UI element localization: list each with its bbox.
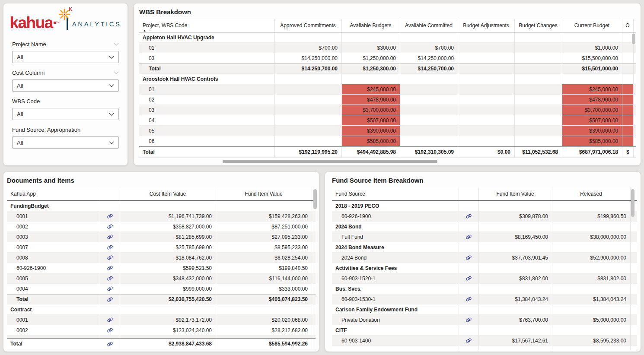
cell-value xyxy=(458,84,515,94)
table-row[interactable]: Activities & Service Fees xyxy=(332,263,637,273)
link-icon[interactable] xyxy=(459,253,479,263)
horizontal-scrollbar-thumb[interactable] xyxy=(223,160,437,163)
column-header[interactable]: Budget Adjustments xyxy=(458,19,515,32)
link-icon[interactable] xyxy=(100,325,120,335)
table-row[interactable]: 0004$999,000.00$333,000.00 xyxy=(7,284,316,294)
cell-value: $ xyxy=(622,147,634,157)
table-row[interactable]: 2018 - 2019 PECO xyxy=(332,201,637,211)
link-icon[interactable] xyxy=(100,211,120,221)
table-row[interactable]: 0007$25,785,699.00$8,595,233.00 xyxy=(7,242,316,253)
link-icon[interactable] xyxy=(459,336,479,345)
table-row[interactable]: Bus. Svcs. xyxy=(332,284,637,294)
link-icon[interactable] xyxy=(459,294,479,304)
column-header[interactable]: Budget Changes xyxy=(515,19,562,32)
table-row[interactable]: Aroostook Hall HVAC Controls xyxy=(139,74,636,84)
column-header[interactable]: Fund Item Value xyxy=(216,187,312,200)
vertical-scrollbar-thumb[interactable] xyxy=(313,189,317,209)
column-header[interactable]: Released xyxy=(552,187,631,200)
table-row[interactable]: Appleton Hall HVAC Upgrade xyxy=(139,32,636,43)
cell-value: $1,250,300.00 xyxy=(342,64,400,73)
link-icon[interactable] xyxy=(100,253,120,263)
cell-value: $27,095,233.00 xyxy=(216,232,312,242)
table-row[interactable]: 03$3,700,000.00$3,700,000.00 xyxy=(139,105,636,115)
table-row[interactable]: FundingBudget xyxy=(7,201,316,211)
link-icon[interactable] xyxy=(459,232,479,242)
vertical-scrollbar-thumb[interactable] xyxy=(632,34,635,44)
table-row[interactable]: 0005$348,432,000.00$116,144,000.00 xyxy=(7,273,316,284)
header-row: Kahua AppCost Item ValueFund Item Value xyxy=(7,187,316,201)
table-row[interactable]: CITF xyxy=(332,325,637,336)
cell-value: $8,595,233.00 xyxy=(216,242,312,252)
link-icon[interactable] xyxy=(459,315,479,325)
table-row[interactable]: 0002$358,827,000.00$87,251,000.00 xyxy=(7,222,316,232)
link-icon[interactable] xyxy=(459,211,479,221)
table-row[interactable]: 05$390,000.00$390,000.00 xyxy=(139,126,636,136)
table-row[interactable]: 0002$123,024,340.00$28,212,682.00 xyxy=(7,325,316,336)
cell-value: $390,000.00 xyxy=(562,126,622,136)
table-row[interactable]: 0001$1,196,741,739.00$159,428,263.00 xyxy=(7,211,316,222)
table-row[interactable]: 2024 Bond Measure xyxy=(332,242,637,253)
fund-source-dropdown[interactable]: All xyxy=(12,136,119,149)
column-header[interactable]: O xyxy=(622,19,634,32)
link-icon[interactable] xyxy=(459,273,479,283)
table-row[interactable]: 60-926-1900$599,521.50$199,840.50 xyxy=(7,263,316,273)
column-header[interactable]: Available Committed xyxy=(400,19,458,32)
chevron-down-icon xyxy=(109,56,114,59)
column-header[interactable] xyxy=(100,187,120,200)
table-row[interactable]: 06$585,000.00$585,000.00 xyxy=(139,136,636,146)
chevron-down-icon[interactable] xyxy=(114,71,119,74)
table-row[interactable]: 2024 Bond$37,703,901.45$52,900,000.00 xyxy=(332,253,637,263)
link-icon[interactable] xyxy=(100,242,120,252)
link-icon[interactable] xyxy=(100,339,120,349)
table-row[interactable]: Carlson Family Endowment Fund xyxy=(332,304,637,315)
project-name-dropdown[interactable]: All xyxy=(12,51,119,63)
chevron-down-icon[interactable] xyxy=(114,43,119,46)
link-icon[interactable] xyxy=(100,222,120,231)
cost-column-dropdown[interactable]: All xyxy=(12,79,119,92)
column-header[interactable]: Kahua App xyxy=(7,187,100,200)
table-row[interactable]: Total$2,938,847,433.68$585,594,992.26 xyxy=(7,338,316,349)
column-header[interactable]: Fund Item Value xyxy=(479,187,552,200)
table-row[interactable]: 01$700.00$300.00$700.00$1,000.00 xyxy=(139,43,636,53)
wbs-code-dropdown[interactable]: All xyxy=(12,108,119,120)
table-row[interactable]: 03$14,250,000.00$1,250,000.00$14,250,000… xyxy=(139,53,636,63)
cell-value xyxy=(562,74,622,84)
table-row[interactable]: 60-903-1520-1$831,802.00$831,802.00 xyxy=(332,273,637,284)
table-row[interactable]: Total$2,030,755,420.50$405,074,823.50 xyxy=(7,294,316,304)
link-icon[interactable] xyxy=(100,284,120,294)
table-row[interactable]: 2024 Bond xyxy=(332,222,637,232)
cell-value xyxy=(479,222,552,231)
link-icon[interactable] xyxy=(100,295,120,304)
column-header[interactable]: Cost Item Value xyxy=(120,187,216,200)
table-row[interactable]: Total$14,250,700.00$1,250,300.00$14,250,… xyxy=(139,63,636,74)
link-icon[interactable] xyxy=(100,315,120,325)
chevron-down-icon xyxy=(109,141,114,144)
cell-value xyxy=(515,126,562,136)
table-row[interactable]: 0003$81,285,699.00$27,095,233.00 xyxy=(7,232,316,242)
table-row[interactable]: 0008$18,084,762.00$6,028,254.00 xyxy=(7,253,316,263)
table-row[interactable]: Private Donation$763,700.00$5,000,000.00 xyxy=(332,315,637,325)
table-row[interactable]: 60-903-1400$17,567,142.61$8,595,233.00 xyxy=(332,336,637,346)
cell-value: $390,000.00 xyxy=(342,126,400,136)
table-row[interactable]: Total$192,119,995.20$494,492,885.98$192,… xyxy=(139,146,636,158)
table-row[interactable]: 04$507,000.00$507,000.00 xyxy=(139,115,636,126)
column-header[interactable]: Project, WBS Code▲ xyxy=(139,19,275,32)
table-row[interactable]: Full Fund$8,169,450.00$38,000,000.00 xyxy=(332,232,637,242)
table-row[interactable]: 0001$92,173,172.00$20,020,068.00 xyxy=(7,315,316,325)
link-icon[interactable] xyxy=(100,232,120,242)
link-icon[interactable] xyxy=(100,273,120,283)
row-label: 60-926-1900 xyxy=(7,263,100,273)
table-row[interactable]: 60-926-1900$309,878.00$199,860.50 xyxy=(332,211,637,222)
column-header[interactable] xyxy=(459,187,479,200)
link-icon[interactable] xyxy=(100,263,120,273)
column-header[interactable]: Available Budgets xyxy=(342,19,400,32)
table-row[interactable]: 60-903-1530-1$1,384,043.24$1,384,043.24 xyxy=(332,294,637,304)
vertical-scrollbar-thumb[interactable] xyxy=(631,189,634,217)
table-row[interactable]: 01$245,000.00$245,000.00 xyxy=(139,84,636,95)
column-header[interactable]: Approved Commitments xyxy=(275,19,342,32)
column-header[interactable]: Fund Source xyxy=(332,187,459,200)
column-header[interactable]: Current Budget xyxy=(562,19,622,32)
table-row[interactable]: 02$478,900.00$478,900.00 xyxy=(139,95,636,105)
cell-value xyxy=(275,115,342,125)
table-row[interactable]: Contract xyxy=(7,304,316,315)
